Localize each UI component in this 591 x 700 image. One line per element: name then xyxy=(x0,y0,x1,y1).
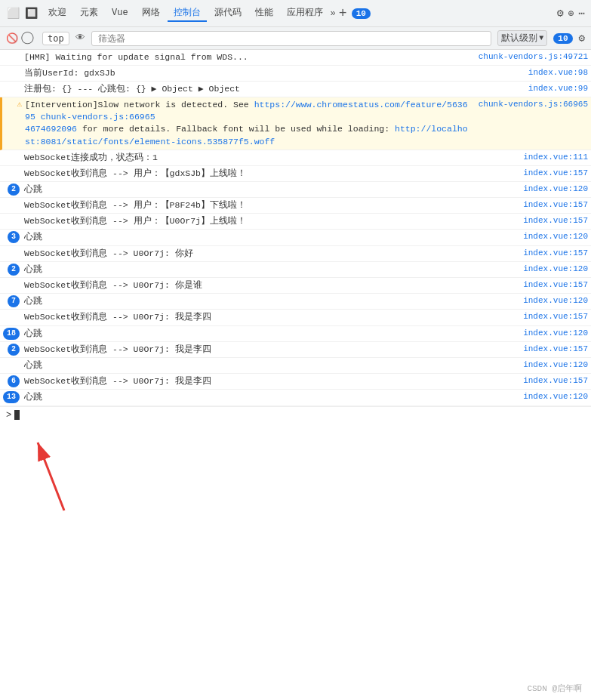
line-text: 心跳 xyxy=(24,295,517,307)
source-link[interactable]: index.vue:120 xyxy=(523,231,588,242)
source-link[interactable]: index.vue:120 xyxy=(523,295,588,307)
source-link[interactable]: index.vue:120 xyxy=(523,359,588,371)
console-line: 注册包: {} --- 心跳包: {} ▶ Object ▶ Object in… xyxy=(0,82,591,97)
nav-tabs: 欢迎 元素 Vue 网络 控制台 源代码 性能 应用程序 » + xyxy=(42,5,347,22)
devtools-filter-bar: 🚫 ⃝ top 👁 默认级别 ▼ 10 ⚙ xyxy=(0,27,591,50)
filter-input[interactable] xyxy=(91,31,492,46)
source-link[interactable]: index.vue:120 xyxy=(523,391,588,402)
console-line: 当前UserId: gdxSJb index.vue:98 xyxy=(0,66,591,82)
console-line: WebSocket收到消息 --> U0Or7j: 你好 index.vue:1… xyxy=(0,246,591,262)
line-text: WebSocket收到消息 --> 用户：【gdxSJb】上线啦！ xyxy=(24,168,517,180)
link-chunk-vendors[interactable]: chunk-vendors.js:669654674692096 xyxy=(25,112,155,134)
line-prefix: 2 xyxy=(3,183,20,196)
console-line: WebSocket收到消息 --> U0Or7j: 你是谁 index.vue:… xyxy=(0,278,591,294)
log-level-selector[interactable]: 默认级别 ▼ xyxy=(497,30,547,46)
tab-network[interactable]: 网络 xyxy=(136,5,166,22)
repeat-count-badge: 2 xyxy=(8,264,20,276)
line-text: WebSocket收到消息 --> U0Or7j: 我是李四 xyxy=(24,311,517,323)
chevron-down-icon: ▼ xyxy=(539,34,543,42)
error-count-badge: 10 xyxy=(553,33,572,44)
browser-nav-bar: ⬜ 🔲 欢迎 元素 Vue 网络 控制台 源代码 性能 应用程序 » + 10 … xyxy=(0,0,591,27)
line-text: WebSocket收到消息 --> 用户：【P8F24b】下线啦！ xyxy=(24,199,517,211)
block-icon[interactable]: 🚫 xyxy=(6,32,18,45)
source-link[interactable]: index.vue:157 xyxy=(523,344,588,355)
line-text: 心跳 xyxy=(24,183,517,196)
notification-badge: 10 xyxy=(352,8,371,19)
tab-welcome[interactable]: 欢迎 xyxy=(42,5,72,22)
source-link[interactable]: index.vue:120 xyxy=(523,264,588,275)
console-input-line: > xyxy=(0,406,591,424)
line-text: 当前UserId: gdxSJb xyxy=(24,67,522,79)
source-link[interactable]: chunk-vendors.js:49721 xyxy=(479,51,588,63)
line-text: [HMR] Waiting for update signal from WDS… xyxy=(24,51,472,63)
link-woff[interactable]: http://localhost:8081/static/fonts/eleme… xyxy=(25,124,468,146)
new-tab-icon[interactable]: ⬜ xyxy=(6,7,20,20)
tab-sources[interactable]: 源代码 xyxy=(208,5,248,22)
clear-icon[interactable]: ⃝ xyxy=(24,32,36,45)
console-line: 2 心跳 index.vue:120 xyxy=(0,182,591,198)
repeat-count-badge: 7 xyxy=(8,295,20,307)
source-link[interactable]: index.vue:120 xyxy=(523,183,588,195)
tab-console[interactable]: 控制台 xyxy=(168,5,207,22)
svg-line-1 xyxy=(38,443,64,510)
footer-watermark: CSDN @启年啊 xyxy=(527,683,582,694)
tab-elements[interactable]: 元素 xyxy=(74,5,104,22)
user-profile-icon[interactable]: ⊕ xyxy=(568,8,574,20)
source-link[interactable]: index.vue:157 xyxy=(523,215,588,227)
console-line: 18 心跳 index.vue:120 xyxy=(0,326,591,342)
source-link[interactable]: index.vue:157 xyxy=(523,279,588,291)
add-tab-button[interactable]: + xyxy=(339,6,347,21)
inspect-icon[interactable]: 🔲 xyxy=(24,7,38,20)
console-line: 心跳 index.vue:120 xyxy=(0,358,591,374)
settings-icon[interactable]: ⚙ xyxy=(557,6,564,20)
console-cursor xyxy=(14,410,20,420)
source-link[interactable]: index.vue:111 xyxy=(523,152,588,163)
line-text: WebSocket收到消息 --> U0Or7j: 你是谁 xyxy=(24,279,517,291)
console-line: WebSocket收到消息 --> U0Or7j: 我是李四 index.vue… xyxy=(0,310,591,325)
console-line: [HMR] Waiting for update signal from WDS… xyxy=(0,50,591,66)
line-text: 心跳 xyxy=(24,359,517,372)
source-link[interactable]: index.vue:157 xyxy=(523,168,588,179)
source-link[interactable]: index.vue:157 xyxy=(523,311,588,322)
line-text: WebSocket收到消息 --> 用户：【U0Or7j】上线啦！ xyxy=(24,215,517,227)
console-prompt: > xyxy=(6,410,11,421)
source-link[interactable]: index.vue:157 xyxy=(523,248,588,259)
line-text: 心跳 xyxy=(24,391,517,403)
console-settings-icon[interactable]: ⚙ xyxy=(579,32,585,45)
warn-icon: ⚠ xyxy=(5,99,22,110)
console-line: 2 心跳 index.vue:120 xyxy=(0,262,591,278)
eye-icon[interactable]: 👁 xyxy=(75,32,85,44)
source-link[interactable]: index.vue:99 xyxy=(528,83,588,94)
tab-performance[interactable]: 性能 xyxy=(249,5,279,22)
footer-text: CSDN @启年啊 xyxy=(527,684,582,693)
console-output: [HMR] Waiting for update signal from WDS… xyxy=(0,50,591,424)
more-tabs-icon[interactable]: » xyxy=(331,8,336,19)
log-level-label: 默认级别 xyxy=(501,32,537,45)
source-link[interactable]: chunk-vendors.js:66965 xyxy=(479,99,588,110)
line-prefix: 18 xyxy=(3,328,20,340)
line-prefix: 7 xyxy=(3,295,20,307)
console-line: WebSocket收到消息 --> 用户：【gdxSJb】上线啦！ index.… xyxy=(0,166,591,182)
console-line-warn: ⚠ [Intervention]Slow network is detected… xyxy=(0,97,591,150)
line-prefix: 2 xyxy=(3,264,20,276)
console-line: 6 WebSocket收到消息 --> U0Or7j: 我是李四 index.v… xyxy=(0,374,591,390)
line-text: WebSocket连接成功，状态码：1 xyxy=(24,152,517,164)
console-line: 13 心跳 index.vue:120 xyxy=(0,390,591,406)
console-line: 2 WebSocket收到消息 --> U0Or7j: 我是李四 index.v… xyxy=(0,342,591,358)
line-text: 注册包: {} --- 心跳包: {} ▶ Object ▶ Object xyxy=(24,83,522,95)
source-link[interactable]: index.vue:157 xyxy=(523,199,588,211)
more-options-icon[interactable]: ⋯ xyxy=(579,7,585,20)
source-link[interactable]: index.vue:120 xyxy=(523,328,588,339)
line-prefix: 2 xyxy=(3,344,20,356)
repeat-count-badge: 2 xyxy=(8,344,20,356)
source-link[interactable]: index.vue:157 xyxy=(523,375,588,387)
repeat-count-badge: 18 xyxy=(3,328,20,340)
tab-vue[interactable]: Vue xyxy=(106,6,134,21)
console-line: 7 心跳 index.vue:120 xyxy=(0,294,591,310)
tab-application[interactable]: 应用程序 xyxy=(281,5,329,22)
context-selector[interactable]: top xyxy=(42,32,69,45)
line-prefix: 13 xyxy=(3,391,20,403)
red-arrow-annotation xyxy=(23,431,91,514)
console-line: WebSocket连接成功，状态码：1 index.vue:111 xyxy=(0,150,591,166)
source-link[interactable]: index.vue:98 xyxy=(528,67,588,79)
